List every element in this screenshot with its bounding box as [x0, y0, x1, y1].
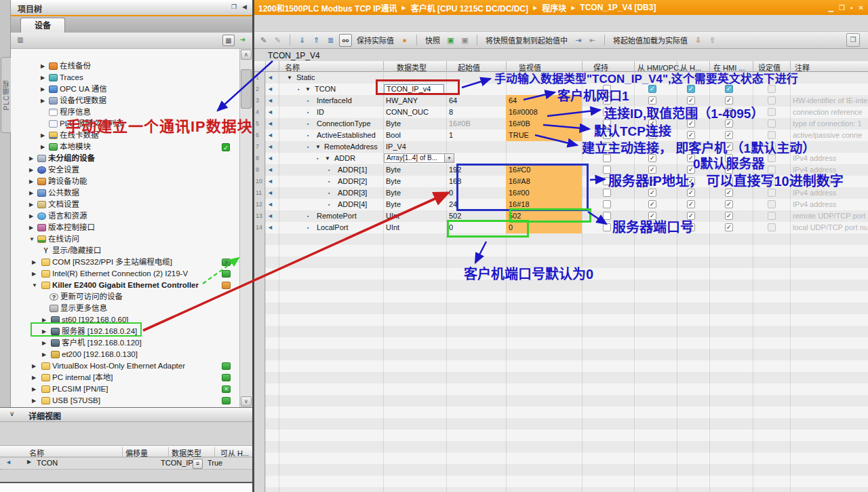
- tree-item[interactable]: ▶VirtualBox Host-Only Ethernet Adapter: [11, 360, 239, 372]
- column-header[interactable]: 保持: [593, 62, 608, 73]
- tree-item[interactable]: ▶在线卡数据: [11, 130, 239, 141]
- tree-item[interactable]: 显示更多信息: [11, 303, 239, 314]
- setpoint-checkbox[interactable]: [768, 166, 776, 174]
- row-collapse-icon[interactable]: ▼: [315, 141, 321, 153]
- tree-item[interactable]: ▶语言和资源: [11, 210, 239, 222]
- column-header[interactable]: 设定值: [758, 62, 781, 73]
- project-tree-scrollbar[interactable]: ∧ ∨: [239, 49, 252, 407]
- from-hmi-opc-checkbox[interactable]: ✓: [648, 154, 656, 162]
- column-header[interactable]: 数据类型: [397, 62, 427, 73]
- keep-actual-values-icon[interactable]: ●: [399, 35, 410, 46]
- modify-all-values-icon[interactable]: ✎: [272, 35, 283, 46]
- setpoint-checkbox[interactable]: [768, 177, 776, 185]
- from-hmi-opc-checkbox[interactable]: ✓: [648, 96, 656, 105]
- tree-expand-icon[interactable]: ▶: [32, 395, 36, 406]
- row-name[interactable]: InterfaceId: [317, 95, 352, 107]
- retain-checkbox[interactable]: [603, 189, 611, 197]
- minimize-window-icon[interactable]: ▁: [828, 4, 833, 12]
- start-value[interactable]: 8: [449, 107, 453, 118]
- from-hmi-opc-checkbox[interactable]: ✓: [648, 85, 656, 93]
- from-hmi-opc-checkbox[interactable]: ✓: [648, 108, 656, 116]
- in-hmi-checkbox[interactable]: ✓: [725, 131, 733, 139]
- from-h-checkbox[interactable]: ✓: [687, 223, 695, 231]
- breadcrumb-item[interactable]: TCON_1P_V4 [DB3]: [580, 3, 656, 12]
- from-hmi-opc-checkbox[interactable]: ✓: [648, 119, 656, 128]
- from-h-checkbox[interactable]: ✓: [687, 143, 695, 151]
- tree-item[interactable]: ▶本地模块✓: [11, 141, 239, 153]
- tree-expand-icon[interactable]: ▶: [42, 314, 46, 326]
- start-value[interactable]: 192: [449, 164, 461, 176]
- tree-item[interactable]: ▶USB [S7USB]: [11, 395, 239, 406]
- in-hmi-checkbox[interactable]: ✓: [725, 154, 733, 162]
- setpoint-checkbox[interactable]: [768, 189, 776, 197]
- tree-item[interactable]: ▼在线访问: [11, 233, 239, 245]
- tree-expand-icon[interactable]: ▶: [42, 349, 46, 360]
- setpoint-checkbox[interactable]: [768, 143, 776, 151]
- tree-item[interactable]: ?更新可访问的设备: [11, 291, 239, 303]
- start-value[interactable]: 168: [449, 176, 461, 187]
- monitor-all-icon[interactable]: oo: [339, 34, 352, 47]
- copy-snapshot-to-start-icon[interactable]: ⇥: [572, 35, 584, 46]
- start-value[interactable]: 24: [449, 199, 457, 210]
- in-hmi-checkbox[interactable]: ✓: [725, 212, 733, 220]
- retain-checkbox[interactable]: [603, 131, 611, 139]
- from-hmi-opc-checkbox[interactable]: ✓: [648, 223, 656, 231]
- row-name[interactable]: ADDR: [334, 153, 355, 164]
- tree-expand-icon[interactable]: ▶: [41, 95, 45, 107]
- start-value[interactable]: 0: [449, 187, 453, 199]
- retain-checkbox[interactable]: [603, 177, 611, 185]
- start-value[interactable]: 502: [449, 210, 461, 222]
- tree-expand-icon[interactable]: ▶: [29, 153, 33, 164]
- tree-expand-icon[interactable]: ▶: [41, 130, 45, 141]
- from-hmi-opc-checkbox[interactable]: ✓: [648, 200, 656, 208]
- row-collapse-icon[interactable]: ▼: [287, 72, 292, 83]
- setpoint-checkbox[interactable]: [768, 200, 776, 208]
- in-hmi-checkbox[interactable]: ✓: [725, 200, 733, 208]
- grid-view-icon[interactable]: ▦: [222, 35, 235, 46]
- datatype-input[interactable]: TCON_IP_v4: [384, 84, 444, 94]
- row-name[interactable]: TCON: [315, 83, 336, 95]
- combo-arrow-icon[interactable]: ▼: [444, 154, 454, 162]
- retain-checkbox[interactable]: [603, 223, 611, 231]
- tree-collapse-icon[interactable]: ▼: [32, 280, 37, 291]
- from-h-checkbox[interactable]: ✓: [687, 166, 695, 174]
- tree-item[interactable]: ▶跨设备功能: [11, 176, 239, 187]
- copy-all-snapshot-icon[interactable]: ⇤: [587, 35, 598, 46]
- tree-expand-icon[interactable]: ▶: [29, 199, 33, 210]
- tree-item[interactable]: ▶OPC UA 通信: [11, 83, 239, 95]
- tree-expand-icon[interactable]: ▶: [32, 257, 36, 268]
- setpoint-checkbox[interactable]: [768, 85, 776, 93]
- from-h-checkbox[interactable]: ✓: [687, 212, 695, 220]
- tree-expand-icon[interactable]: ▶: [32, 372, 36, 383]
- row-name[interactable]: ID: [317, 107, 324, 118]
- in-hmi-checkbox[interactable]: ✓: [725, 177, 733, 185]
- column-header[interactable]: 名称: [285, 62, 300, 73]
- modify-start-values-icon[interactable]: ✎: [258, 35, 269, 46]
- retain-checkbox[interactable]: [603, 166, 611, 174]
- datatype-combo[interactable]: Array[1..4] of B...▼: [384, 153, 454, 163]
- from-h-checkbox[interactable]: ✓: [687, 177, 695, 185]
- setpoint-checkbox[interactable]: [768, 154, 776, 162]
- column-header[interactable]: 从 H...: [680, 62, 701, 73]
- tree-item[interactable]: ▶公共数据: [11, 187, 239, 199]
- in-hmi-checkbox[interactable]: ✓: [725, 119, 733, 128]
- start-value[interactable]: 64: [449, 95, 457, 107]
- tab-devices[interactable]: 设备: [20, 18, 65, 33]
- tree-expand-icon[interactable]: ▶: [42, 326, 46, 337]
- in-hmi-checkbox[interactable]: ✓: [725, 166, 733, 174]
- tree-item[interactable]: ▶st60 [192.168.0.60]: [11, 314, 239, 326]
- retain-checkbox[interactable]: [603, 96, 611, 105]
- start-value[interactable]: 16#0B: [449, 118, 471, 130]
- sync-online-icon[interactable]: ➜: [237, 35, 248, 45]
- show-columns-icon[interactable]: ▥: [15, 35, 26, 45]
- tree-expand-icon[interactable]: ▶: [41, 60, 45, 72]
- retain-checkbox[interactable]: [603, 85, 611, 93]
- setpoint-checkbox[interactable]: [768, 212, 776, 220]
- tree-item[interactable]: 程序信息: [11, 107, 239, 118]
- setpoint-checkbox[interactable]: [768, 119, 776, 128]
- from-hmi-opc-checkbox[interactable]: ✓: [648, 189, 656, 197]
- row-name[interactable]: ActiveEstablished: [317, 130, 376, 141]
- tree-expand-icon[interactable]: ▶: [29, 222, 33, 233]
- datatype-browse-icon[interactable]: ≡: [193, 459, 203, 469]
- pin-panel-icon[interactable]: ❐: [231, 3, 237, 10]
